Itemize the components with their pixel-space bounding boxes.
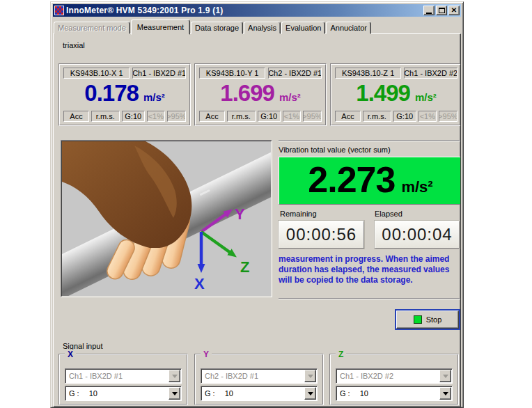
group-axis-label-y: Y xyxy=(201,350,212,359)
divider-bottom xyxy=(279,298,461,299)
channel-value-y: 1.699 m/s² xyxy=(199,79,322,111)
chevron-down-icon xyxy=(308,375,313,381)
tag-acc: Acc xyxy=(199,111,225,122)
signal-group-x: X Ch1 - IBX2D #1 G :10 xyxy=(58,354,188,405)
stop-button-focus-ring: Stop xyxy=(395,309,460,330)
tab-strip: Measurement mode Measurement Data storag… xyxy=(54,19,372,34)
channel-panel-z: KS943B.10-Z 1 Ch1 - IBX2D #2 1.499 m/s² … xyxy=(330,63,461,126)
signal-group-z: Z Ch1 - IBX2D #2 G :10 xyxy=(329,354,459,405)
sensor-label: KS943B.10-X 1 xyxy=(63,68,130,79)
sensor-label: KS943B.10-Y 1 xyxy=(199,68,265,79)
title-bar[interactable]: InnoMeter® HVM 5349:2001 Pro 1.9 (1) ✕ xyxy=(53,4,461,17)
tag-underrange: <1% xyxy=(147,111,165,122)
gain-select-z[interactable]: G :10 xyxy=(336,386,453,401)
desktop: { "window": { "title": "InnoMeter® HVM 5… xyxy=(0,0,532,408)
channel-panel-y: KS943B.10-Y 1 Ch2 - IBX2D #1 1.699 m/s² … xyxy=(194,63,327,126)
window-title: InnoMeter® HVM 5349:2001 Pro 1.9 (1) xyxy=(66,6,223,15)
dropdown-arrow-button xyxy=(304,370,316,382)
tab-data-storage[interactable]: Data storage xyxy=(191,22,243,34)
divider-top xyxy=(279,140,461,141)
chevron-down-icon xyxy=(172,392,178,398)
vector-sum-display: 2.273 m/s² xyxy=(279,157,461,205)
gain-select-y[interactable]: G :10 xyxy=(201,386,318,401)
status-message: measurement in progress. When the aimed … xyxy=(279,254,461,285)
app-window: InnoMeter® HVM 5349:2001 Pro 1.9 (1) ✕ M… xyxy=(50,1,464,408)
tag-acc: Acc xyxy=(335,111,361,122)
remaining-label: Remaining xyxy=(280,210,317,218)
x-axis-label: X xyxy=(194,275,205,292)
chevron-down-icon xyxy=(443,392,448,398)
tag-rms: r.m.s. xyxy=(91,111,120,122)
tab-annuciator[interactable]: Annuciator xyxy=(326,22,371,34)
gain-select-x[interactable]: G :10 xyxy=(65,386,182,401)
tag-gain: G:10 xyxy=(258,111,281,122)
remaining-time-display: 00:00:56 xyxy=(279,221,364,249)
elapsed-time-display: 00:00:04 xyxy=(375,221,460,249)
minimize-button[interactable] xyxy=(423,6,435,15)
measurement-page: triaxial KS943B.10-X 1 Ch1 - IBX2D #1 0.… xyxy=(53,33,461,407)
dropdown-arrow-button[interactable] xyxy=(304,387,316,400)
tag-overrange: >95% xyxy=(439,111,457,122)
elapsed-label: Elapsed xyxy=(375,210,402,218)
close-icon: ✕ xyxy=(451,7,457,14)
close-button[interactable]: ✕ xyxy=(448,6,460,15)
channel-select-z: Ch1 - IBX2D #2 xyxy=(336,368,453,384)
input-label: Ch1 - IBX2D #1 xyxy=(132,68,186,79)
tag-rms: r.m.s. xyxy=(227,111,256,122)
stop-button[interactable]: Stop xyxy=(396,311,459,329)
group-axis-label-z: Z xyxy=(336,350,346,359)
tag-overrange: >95% xyxy=(167,111,186,122)
maximize-icon xyxy=(439,8,445,13)
z-axis-label: Z xyxy=(240,258,249,276)
channel-panel-x: KS943B.10-X 1 Ch1 - IBX2D #1 0.178 m/s² … xyxy=(58,63,191,126)
tag-acc: Acc xyxy=(63,111,89,122)
tag-rms: r.m.s. xyxy=(363,111,391,122)
stop-button-label: Stop xyxy=(426,315,442,324)
vector-sum-value: 2.273 xyxy=(308,157,395,202)
unit-label: m/s² xyxy=(279,91,301,103)
sensor-label: KS943B.10-Z 1 xyxy=(335,68,401,79)
unit-label: m/s² xyxy=(415,91,437,103)
tab-evaluation[interactable]: Evaluation xyxy=(281,22,325,34)
tab-analysis[interactable]: Analysis xyxy=(244,22,281,34)
vector-sum-unit: m/s² xyxy=(401,178,432,196)
channel-select-x: Ch1 - IBX2D #1 xyxy=(65,368,182,384)
input-label: Ch1 - IBX2D #2 xyxy=(404,68,457,79)
chevron-down-icon xyxy=(443,375,448,381)
hand-grip-image: Y Z X xyxy=(62,141,271,296)
unit-label: m/s² xyxy=(143,91,165,103)
minimize-icon xyxy=(426,13,432,14)
dropdown-arrow-button[interactable] xyxy=(169,387,180,400)
stop-icon xyxy=(414,315,422,324)
tag-gain: G:10 xyxy=(393,111,417,122)
y-axis-label: Y xyxy=(235,205,245,223)
channel-select-y: Ch2 - IBX2D #1 xyxy=(201,368,318,384)
dropdown-arrow-button xyxy=(169,370,180,382)
tab-measurement-mode[interactable]: Measurement mode xyxy=(54,22,130,34)
tab-measurement[interactable]: Measurement xyxy=(131,19,190,35)
input-label: Ch2 - IBX2D #1 xyxy=(268,68,322,79)
tag-gain: G:10 xyxy=(122,111,146,122)
hand-grip-illustration: Y Z X xyxy=(61,140,272,297)
app-icon xyxy=(54,6,64,15)
dropdown-arrow-button xyxy=(439,370,451,382)
chevron-down-icon xyxy=(172,375,178,381)
tag-underrange: <1% xyxy=(418,111,437,122)
dropdown-arrow-button[interactable] xyxy=(439,387,451,400)
tag-underrange: <1% xyxy=(283,111,301,122)
channel-value-x: 0.178 m/s² xyxy=(63,79,186,111)
chevron-down-icon xyxy=(308,392,313,398)
channel-value-z: 1.499 m/s² xyxy=(335,79,457,111)
maximize-button[interactable] xyxy=(436,6,447,15)
total-value-label: Vibration total value (vector sum) xyxy=(279,146,391,154)
mode-label: triaxial xyxy=(63,41,85,49)
group-axis-label-x: X xyxy=(65,350,76,359)
signal-group-y: Y Ch2 - IBX2D #1 G :10 xyxy=(194,354,324,405)
tag-overrange: >95% xyxy=(303,111,322,122)
